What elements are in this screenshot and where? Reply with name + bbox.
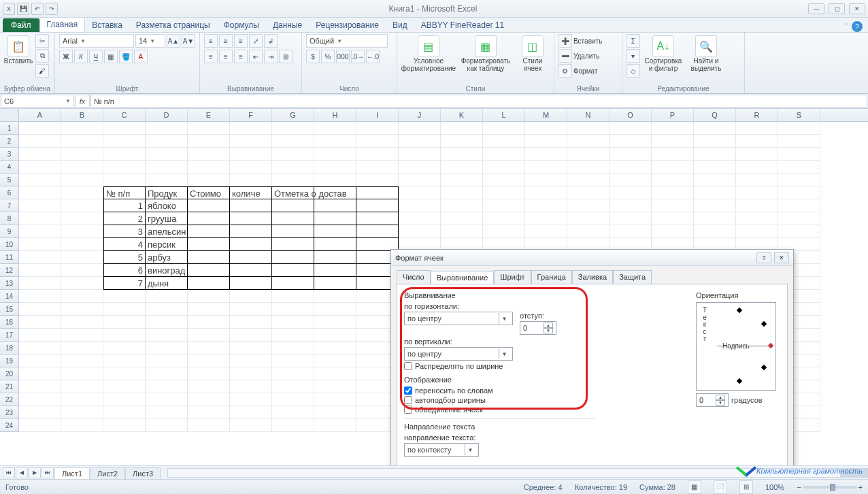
sheet-tab[interactable]: Лист2 — [90, 467, 125, 479]
cell[interactable] — [272, 238, 314, 251]
view-pagelayout-icon[interactable]: 📄 — [714, 480, 727, 494]
cell[interactable] — [694, 148, 736, 161]
cell[interactable] — [146, 406, 188, 419]
cell[interactable] — [188, 303, 230, 316]
cell[interactable] — [652, 161, 694, 174]
distribute-checkbox[interactable]: Распределять по ширине — [404, 362, 595, 370]
cell[interactable] — [314, 225, 356, 238]
cell[interactable] — [567, 225, 610, 238]
cell[interactable] — [146, 393, 188, 406]
cell[interactable] — [778, 122, 820, 135]
cell[interactable] — [272, 251, 314, 264]
cell[interactable] — [652, 199, 694, 212]
cell[interactable] — [525, 122, 567, 135]
align-left-icon[interactable]: ≡ — [204, 50, 218, 63]
row-header[interactable]: 10 — [0, 238, 19, 251]
cell[interactable] — [399, 225, 441, 238]
cell[interactable]: 2 — [103, 212, 146, 225]
row-header[interactable]: 2 — [0, 135, 19, 148]
cell[interactable] — [610, 135, 652, 148]
cell[interactable] — [188, 367, 230, 380]
format-cells-icon[interactable]: ⚙ — [558, 64, 572, 78]
cell[interactable] — [525, 186, 567, 199]
degrees-spinner[interactable]: 0▲▼ — [696, 393, 729, 407]
cell[interactable] — [61, 290, 103, 303]
row-header[interactable]: 19 — [0, 355, 19, 367]
cell[interactable] — [61, 199, 103, 212]
cell[interactable] — [103, 380, 146, 393]
col-header[interactable]: B — [61, 109, 103, 121]
cell[interactable] — [610, 148, 652, 161]
help-icon[interactable]: ? — [852, 21, 863, 32]
decrease-decimal-icon[interactable]: ←.0 — [366, 50, 380, 63]
cell[interactable] — [61, 174, 103, 186]
cell[interactable] — [61, 406, 103, 419]
cell[interactable] — [441, 186, 483, 199]
cell[interactable] — [188, 251, 230, 264]
cell[interactable] — [103, 367, 146, 380]
cell[interactable] — [188, 406, 230, 419]
cell[interactable]: количе — [230, 186, 272, 199]
cell[interactable] — [778, 135, 820, 148]
dlg-tab-font[interactable]: Шрифт — [494, 270, 531, 284]
cell[interactable] — [736, 186, 778, 199]
cell[interactable] — [230, 148, 272, 161]
cell[interactable] — [61, 367, 103, 380]
cell[interactable] — [103, 174, 146, 186]
cell[interactable] — [441, 225, 483, 238]
minimize-icon[interactable]: — — [808, 3, 824, 14]
cell[interactable] — [314, 380, 356, 393]
cell[interactable] — [356, 212, 399, 225]
cell[interactable]: яблоко — [146, 199, 188, 212]
borders-icon[interactable]: ▦ — [104, 50, 118, 63]
cell[interactable]: апельсин — [146, 225, 188, 238]
cell[interactable] — [314, 406, 356, 419]
number-format-select[interactable]: Общий▼ — [306, 34, 388, 48]
cell[interactable] — [230, 380, 272, 393]
cell[interactable] — [188, 380, 230, 393]
cell[interactable] — [272, 277, 314, 290]
indent-decrease-icon[interactable]: ⇤ — [249, 50, 263, 63]
col-header[interactable]: J — [399, 109, 441, 121]
cell[interactable] — [146, 316, 188, 329]
cell[interactable] — [146, 174, 188, 186]
row-header[interactable]: 7 — [0, 199, 19, 212]
cell[interactable] — [399, 135, 441, 148]
cell[interactable] — [483, 186, 525, 199]
percent-icon[interactable]: % — [321, 50, 335, 63]
cell[interactable] — [356, 225, 399, 238]
cell[interactable] — [230, 316, 272, 329]
cell[interactable] — [61, 148, 103, 161]
cell[interactable] — [525, 135, 567, 148]
col-header[interactable]: K — [441, 109, 483, 121]
sheet-nav-first-icon[interactable]: ⏮ — [3, 467, 15, 478]
comma-icon[interactable]: 000 — [336, 50, 350, 63]
cell[interactable] — [188, 393, 230, 406]
cell[interactable] — [778, 199, 820, 212]
undo-icon[interactable]: ↶ — [31, 3, 44, 15]
row-header[interactable]: 6 — [0, 186, 19, 199]
cell[interactable]: Отметка о достав — [272, 186, 314, 199]
cell[interactable] — [778, 161, 820, 174]
cell[interactable] — [272, 264, 314, 277]
cell[interactable] — [188, 135, 230, 148]
cell[interactable] — [61, 355, 103, 367]
col-header[interactable]: A — [19, 109, 61, 121]
dlg-tab-number[interactable]: Число — [397, 270, 431, 284]
cell[interactable] — [230, 355, 272, 367]
col-header[interactable]: I — [356, 109, 399, 121]
cell[interactable] — [314, 277, 356, 290]
cell[interactable] — [61, 316, 103, 329]
formula-input[interactable]: № п/п — [90, 95, 867, 108]
align-center-icon[interactable]: ≡ — [219, 50, 233, 63]
cell[interactable] — [314, 355, 356, 367]
cell[interactable]: виноград — [146, 264, 188, 277]
cell[interactable] — [146, 303, 188, 316]
cell[interactable] — [19, 342, 61, 355]
cell[interactable]: арбуз — [146, 251, 188, 264]
close-icon[interactable]: ✕ — [849, 3, 865, 14]
cell[interactable] — [610, 225, 652, 238]
cell[interactable] — [230, 342, 272, 355]
col-header[interactable]: R — [736, 109, 778, 121]
cell[interactable] — [567, 199, 610, 212]
